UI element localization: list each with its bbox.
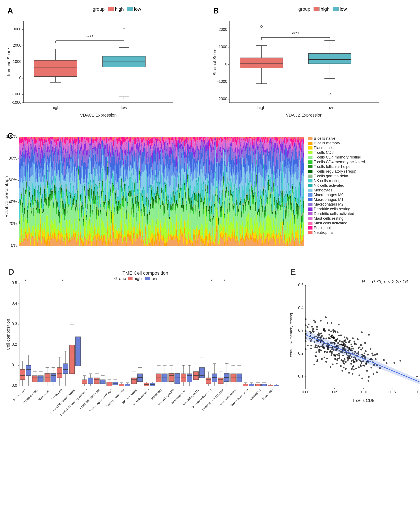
svg-point-9142 [323,329,324,331]
svg-text:0.1: 0.1 [12,363,17,367]
svg-point-8864 [375,358,377,360]
svg-point-8886 [364,342,366,344]
svg-point-9133 [334,330,336,332]
svg-point-9095 [343,360,345,362]
svg-point-8900 [352,359,354,361]
svg-rect-8534 [145,277,150,280]
panel-b-chart: -2000 -1000 0 1000 2000 high low [212,17,405,124]
panel-a-high-label: high [115,6,124,12]
svg-point-9057 [331,351,333,353]
svg-rect-8475 [303,188,304,199]
svg-rect-8523 [308,222,313,225]
svg-rect-8730 [187,374,192,382]
svg-point-8851 [315,344,317,346]
svg-point-9165 [305,340,307,342]
svg-point-8915 [399,360,401,362]
svg-text:Mast cells resting: Mast cells resting [314,216,344,221]
svg-marker-9201 [306,330,420,385]
svg-rect-8477 [303,176,304,188]
svg-point-9187 [305,348,307,350]
svg-text:T cells CD4 memory resting: T cells CD4 memory resting [314,155,361,159]
svg-point-8897 [337,331,338,333]
panel-b-legend-low: low [333,6,347,12]
panel-a-low-boxplot [103,27,145,100]
svg-point-9196 [315,355,316,357]
svg-point-8931 [363,365,365,367]
svg-text:Cell composition: Cell composition [7,319,10,350]
svg-rect-8480 [303,157,304,162]
panel-a-legend-high: high [108,6,124,12]
svg-point-9011 [315,321,316,323]
svg-point-8918 [361,378,363,379]
svg-text:0.00: 0.00 [302,390,309,394]
bottom-row: D TME Cell composition Group high low [4,264,416,419]
svg-text:T cells CD4 memory activated: T cells CD4 memory activated [314,160,365,164]
svg-rect-26 [103,56,145,67]
svg-rect-8513 [308,198,313,201]
svg-point-8951 [324,357,325,358]
svg-rect-8472 [303,201,304,208]
svg-point-9019 [305,318,307,320]
svg-rect-8765 [218,378,223,384]
svg-point-8908 [352,337,354,339]
svg-rect-8527 [308,231,313,234]
svg-text:Stromal Score: Stromal Score [212,49,217,76]
panel-b-legend-high: high [314,6,330,12]
svg-point-8868 [352,373,353,375]
svg-rect-8626 [88,378,93,384]
svg-text:T cells regulatory (Tregs): T cells regulatory (Tregs) [89,388,113,412]
svg-rect-8485 [303,139,304,144]
svg-point-9073 [360,349,362,351]
svg-point-9183 [319,346,320,348]
panel-a-legend-low: low [127,6,141,12]
svg-point-8946 [342,370,343,371]
svg-point-8883 [321,333,322,334]
svg-text:0.20: 0.20 [417,390,420,394]
svg-text:B cells memory: B cells memory [314,141,340,145]
svg-text:0: 0 [19,76,21,80]
svg-point-9044 [355,344,357,345]
svg-point-8927 [315,351,317,353]
svg-point-9088 [344,358,346,360]
panel-a-chart: -1000 -1000 0 1000 2000 3000 [7,17,199,124]
svg-point-8999 [374,354,376,356]
svg-point-59 [260,25,262,28]
svg-text:Eosinophils: Eosinophils [249,388,261,401]
svg-point-9125 [334,355,336,357]
svg-text:Eosinophils: Eosinophils [314,226,333,230]
panel-c: C Relative percentage 0% 20% 40% 60% [4,131,416,260]
svg-point-32 [124,98,126,100]
svg-point-9178 [358,347,359,349]
svg-text:**: ** [222,279,225,283]
svg-rect-8743 [199,368,204,378]
svg-point-8981 [328,329,330,331]
svg-point-9006 [316,326,318,328]
svg-text:NK cells activated: NK cells activated [314,183,344,188]
svg-point-9168 [354,361,355,363]
svg-text:0%: 0% [11,243,17,248]
svg-point-9030 [328,337,330,339]
svg-text:0.4: 0.4 [12,301,17,305]
svg-text:0.5: 0.5 [12,281,17,285]
svg-point-9032 [315,346,316,348]
svg-rect-8486 [303,137,304,139]
svg-text:0: 0 [225,62,227,66]
svg-rect-8633 [94,378,99,384]
svg-text:0.2: 0.2 [12,342,17,347]
svg-point-8967 [326,358,328,359]
svg-text:0.3: 0.3 [298,328,304,333]
svg-text:20%: 20% [8,221,17,226]
svg-point-8971 [353,369,355,370]
svg-rect-8495 [308,156,313,159]
svg-point-9175 [336,363,338,364]
svg-point-9158 [332,337,334,339]
svg-rect-8466 [303,235,304,246]
svg-point-9087 [360,364,361,366]
svg-text:Neutrophils: Neutrophils [314,230,333,235]
svg-point-8987 [338,355,340,357]
svg-point-9113 [344,363,345,364]
svg-rect-8594 [57,368,62,378]
panel-a-low-box [127,7,133,11]
svg-rect-8521 [308,217,313,220]
panel-e-chart: E R = -0.73, p < 2.2e-16 0.00 0.05 0.10 [289,266,420,416]
